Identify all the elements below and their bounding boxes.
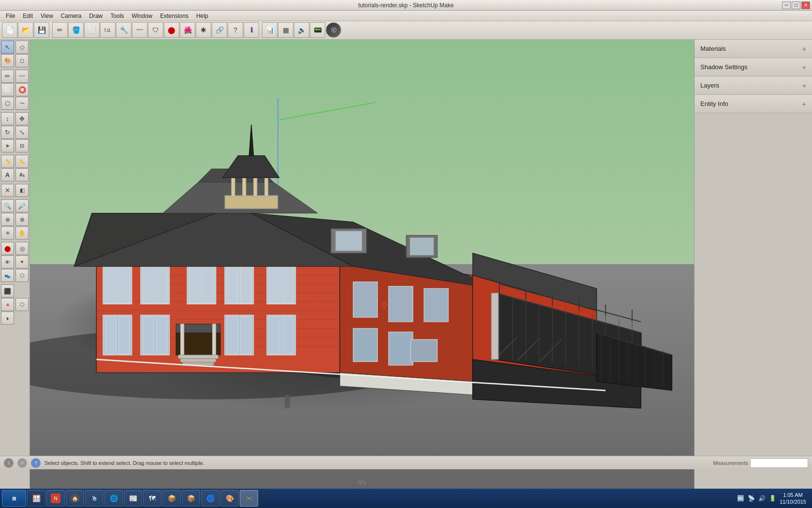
followme-tool[interactable]: ➤: [1, 139, 14, 152]
component-tool[interactable]: ◇: [15, 41, 29, 54]
extra1-tool[interactable]: 👁: [1, 255, 14, 269]
star-btn[interactable]: ✱: [196, 22, 211, 38]
start-button[interactable]: ⊞: [2, 490, 26, 507]
tray-sound-icon[interactable]: 🔊: [758, 494, 766, 502]
extra3-tool[interactable]: 👟: [1, 269, 14, 282]
taskbar-item-2[interactable]: 🏠: [66, 490, 84, 507]
stats-btn[interactable]: 📊: [262, 22, 277, 38]
taskbar-item-1[interactable]: N: [46, 490, 65, 507]
sound-btn[interactable]: 🔈: [294, 22, 309, 38]
taskbar-item-6[interactable]: 🗺: [143, 490, 161, 507]
taskbar-item-10[interactable]: 🎨: [220, 490, 239, 507]
offset-tool[interactable]: ⊟: [15, 139, 29, 152]
render2-tool[interactable]: 🔺: [1, 298, 14, 311]
section2-tool[interactable]: ◎: [15, 242, 29, 255]
taskbar-item-0[interactable]: 🪟: [27, 490, 45, 507]
save-button[interactable]: 💾: [34, 22, 49, 38]
status-info-icon[interactable]: i: [4, 458, 14, 468]
pencil-tool[interactable]: ✏: [1, 70, 14, 83]
zoomwindow-tool[interactable]: 🔎: [15, 199, 29, 212]
axes-tool[interactable]: ✕: [1, 184, 14, 197]
materials-panel-item[interactable]: Materials +: [695, 40, 812, 58]
section-tool[interactable]: ◧: [15, 184, 29, 197]
eraser-tool[interactable]: ◻: [15, 54, 29, 67]
protractor-tool[interactable]: 📐: [15, 155, 29, 168]
maximize-button[interactable]: □: [792, 1, 800, 9]
menu-item-tools[interactable]: Tools: [107, 12, 128, 20]
grid-btn[interactable]: ▦: [278, 22, 293, 38]
info-btn[interactable]: ℹ: [244, 22, 259, 38]
polygon-tool[interactable]: ⬡: [1, 97, 14, 110]
rotate-tool[interactable]: ↻: [1, 126, 14, 139]
flower-btn[interactable]: 🌺: [180, 22, 195, 38]
help-btn[interactable]: ?: [228, 22, 243, 38]
erase-button[interactable]: ⬜: [84, 22, 100, 38]
axes-btn[interactable]: 🔧: [116, 22, 131, 38]
taskbar-item-7[interactable]: 📦: [162, 490, 181, 507]
previous-tool[interactable]: ⊗: [15, 213, 29, 226]
menu-item-window[interactable]: Window: [128, 12, 157, 20]
scale-tool[interactable]: ⤡: [15, 126, 29, 139]
pan-tool[interactable]: ✋: [15, 226, 29, 239]
pencil-button[interactable]: ✏: [52, 22, 68, 38]
section1-tool[interactable]: ⬤: [1, 242, 14, 255]
system-clock[interactable]: 1:05 AM 11/10/2015: [780, 492, 806, 506]
arc-tool[interactable]: 〰: [15, 70, 29, 83]
paint-button[interactable]: 🪣: [68, 22, 84, 38]
open-button[interactable]: 📂: [18, 22, 33, 38]
move-tool[interactable]: ✥: [15, 112, 29, 125]
menu-item-extensions[interactable]: Extensions: [156, 12, 192, 20]
menu-item-draw[interactable]: Draw: [86, 12, 107, 20]
shadow-settings-panel-item[interactable]: Shadow Settings +: [695, 58, 812, 76]
red-btn[interactable]: ⬤: [164, 22, 179, 38]
menu-item-camera[interactable]: Camera: [57, 12, 86, 20]
freehand-tool[interactable]: 〜: [15, 97, 29, 110]
menu-item-view[interactable]: View: [37, 12, 57, 20]
new-button[interactable]: 📄: [2, 22, 17, 38]
taskbar-item-5[interactable]: 📰: [124, 490, 142, 507]
layers-panel-item[interactable]: Layers +: [695, 76, 812, 95]
orbit-tool[interactable]: ✳: [1, 226, 14, 239]
select-tool[interactable]: ↖: [1, 41, 14, 54]
taskbar-item-sketchup[interactable]: 🎮: [240, 490, 258, 507]
entity-info-panel-item[interactable]: Entity Info +: [695, 95, 812, 113]
wave-btn[interactable]: 〰: [132, 22, 147, 38]
status-geo-icon[interactable]: ○: [17, 458, 27, 468]
measurements-input[interactable]: [750, 458, 808, 468]
render1-tool[interactable]: ⬛: [1, 284, 14, 298]
circle-tool[interactable]: ⭕: [15, 83, 29, 96]
device-btn[interactable]: 📟: [310, 22, 325, 38]
taskbar-item-3[interactable]: 🖱: [85, 490, 103, 507]
render3-tool[interactable]: ⬡: [15, 298, 29, 311]
link-btn[interactable]: 🔗: [212, 22, 227, 38]
taskbar-item-8[interactable]: 📦: [182, 490, 200, 507]
minimize-button[interactable]: ─: [782, 1, 791, 9]
paint-tool[interactable]: 🎨: [1, 54, 14, 67]
zoom-tool[interactable]: 🔍: [1, 199, 14, 212]
render4-tool[interactable]: ♦: [1, 312, 14, 325]
extra2-tool[interactable]: ✦: [15, 255, 29, 269]
svg-rect-42: [269, 316, 280, 354]
tray-keyboard-icon[interactable]: 🔤: [737, 494, 745, 502]
extra4-tool[interactable]: ⬡: [15, 269, 29, 282]
tray-network-icon[interactable]: 📡: [748, 494, 755, 502]
detail-btn[interactable]: f.d.: [100, 22, 116, 38]
menu-item-file[interactable]: File: [2, 12, 19, 20]
shield-btn[interactable]: 🛡: [148, 22, 163, 38]
text-tool[interactable]: A: [1, 168, 14, 181]
vray-btn[interactable]: Ⓥ: [326, 22, 341, 38]
viewport[interactable]: [30, 40, 694, 489]
zoomextents-tool[interactable]: ⊕: [1, 213, 14, 226]
status-help-icon[interactable]: ?: [31, 458, 41, 468]
menu-item-edit[interactable]: Edit: [19, 12, 37, 20]
measurements-area: Measurements: [713, 458, 808, 468]
3dtext-tool[interactable]: A₁: [15, 168, 29, 181]
tape-tool[interactable]: 📏: [1, 155, 14, 168]
pushpull-tool[interactable]: ↕: [1, 112, 14, 125]
rectangle-tool[interactable]: ⬜: [1, 83, 14, 96]
close-button[interactable]: ✕: [801, 1, 810, 9]
menu-item-help[interactable]: Help: [192, 12, 212, 20]
taskbar-item-4[interactable]: 🌐: [104, 490, 123, 507]
tray-battery-icon[interactable]: 🔋: [769, 494, 777, 502]
taskbar-item-9[interactable]: 🌀: [201, 490, 219, 507]
